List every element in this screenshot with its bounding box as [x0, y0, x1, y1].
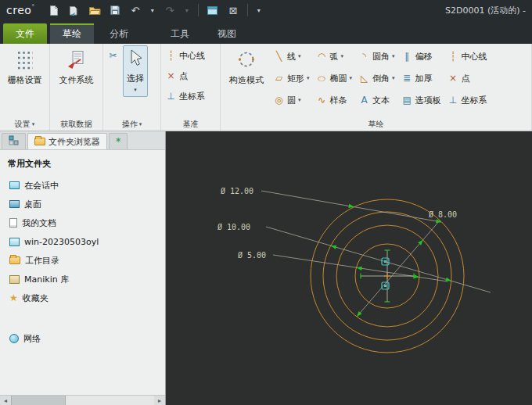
- sidebar-horizontal-scrollbar[interactable]: ◂ ▸: [0, 395, 165, 405]
- fillet-icon: ◝: [358, 52, 370, 61]
- group-label-operations[interactable]: 操作▾: [103, 117, 160, 131]
- ribbon-group-datum: ┆中心线 ×点 ⊥坐标系 基准: [161, 44, 221, 131]
- text-icon: A: [358, 95, 370, 105]
- dimension-arrows: [330, 204, 451, 318]
- dim-line-d8: [357, 220, 440, 317]
- arc-icon: ◠: [316, 52, 328, 61]
- file-system-button[interactable]: 文件系统: [56, 45, 98, 90]
- tab-analysis[interactable]: 分析: [97, 23, 141, 44]
- sidebar-item-desktop[interactable]: 桌面: [5, 195, 160, 213]
- group-label-datum[interactable]: 基准: [161, 117, 220, 131]
- tool-palette[interactable]: ▤选项板: [399, 90, 445, 110]
- tool-csys[interactable]: ⊥坐标系: [445, 90, 491, 110]
- datum-point-button[interactable]: ×点: [163, 66, 209, 86]
- sketch-canvas: Ø 12.00 Ø 10.00 Ø 8.00 Ø 5.00: [166, 131, 532, 405]
- tab-tools[interactable]: 工具: [158, 23, 202, 44]
- sidebar-item-network[interactable]: 网络: [5, 329, 160, 348]
- construction-mode-button[interactable]: 构造模式: [222, 45, 271, 90]
- group-label-sketch[interactable]: 草绘: [221, 117, 531, 131]
- tool-thicken[interactable]: ≣加厚: [399, 68, 445, 88]
- tool-spline[interactable]: ∿样条: [314, 90, 357, 110]
- tab-view[interactable]: 视图: [205, 23, 249, 44]
- open-model-icon[interactable]: [66, 2, 82, 18]
- undo-dropdown-icon[interactable]: ▾: [148, 2, 157, 18]
- scroll-right-icon[interactable]: ▸: [154, 396, 165, 405]
- dimension-label-d10[interactable]: Ø 10.00: [217, 223, 250, 231]
- tool-offset[interactable]: ∥偏移: [399, 46, 445, 66]
- scrollbar-thumb[interactable]: [11, 396, 66, 405]
- group-label-get-data[interactable]: 获取数据: [50, 117, 102, 131]
- sidebar-item-in-session[interactable]: 在会话中: [5, 176, 160, 195]
- tool-ellipse[interactable]: ○椭圆▾: [314, 68, 357, 88]
- chamfer-icon: ◺: [358, 73, 370, 83]
- datum-centerline-button[interactable]: ┆中心线: [163, 45, 209, 66]
- tool-line[interactable]: ╲线▾: [271, 46, 314, 66]
- desktop-icon: [9, 200, 20, 208]
- dimension-label-d8[interactable]: Ø 8.00: [429, 210, 457, 219]
- tool-centerline[interactable]: ┆中心线: [445, 46, 491, 66]
- save-icon[interactable]: [107, 2, 123, 18]
- redo-dropdown-icon[interactable]: ▾: [182, 2, 192, 18]
- regenerate-window-icon[interactable]: [205, 2, 221, 18]
- library-icon: [9, 275, 20, 284]
- datum-csys-button[interactable]: ⊥坐标系: [163, 86, 209, 106]
- tool-circle[interactable]: ◎圆▾: [271, 90, 314, 110]
- new-file-icon[interactable]: [46, 2, 62, 18]
- grid-settings-button[interactable]: 栅格设置: [4, 45, 46, 90]
- redo-icon[interactable]: ↷: [162, 2, 178, 18]
- line-icon: ╲: [273, 52, 285, 61]
- sidebar-item-computer[interactable]: win-20230503oyl: [5, 232, 160, 251]
- tab-model-tree[interactable]: [2, 133, 26, 149]
- sidebar-item-my-documents[interactable]: 我的文档: [5, 213, 160, 232]
- tool-text[interactable]: A文本: [356, 90, 399, 110]
- tab-sketch[interactable]: 草绘: [50, 23, 94, 44]
- circle-icon: ◎: [273, 95, 285, 105]
- common-folders-header: 常用文件夹: [5, 156, 160, 176]
- coincident-constraint-symbols: [382, 258, 389, 289]
- dimension-label-d12[interactable]: Ø 12.00: [221, 187, 253, 195]
- ellipse-icon: ○: [316, 73, 328, 83]
- toolbar-separator: [247, 4, 248, 16]
- csys-icon: ⊥: [448, 95, 459, 105]
- tool-point[interactable]: ×点: [445, 68, 491, 88]
- open-folder-icon[interactable]: [87, 2, 102, 18]
- select-button[interactable]: 选择 ▾: [123, 45, 148, 97]
- construction-mode-icon: [235, 49, 257, 72]
- offset-icon: ∥: [401, 52, 413, 61]
- toolbar-separator: [198, 4, 199, 16]
- sidebar-item-favorites[interactable]: ★收藏夹: [5, 289, 160, 307]
- tool-chamfer[interactable]: ◺倒角▾: [356, 68, 399, 88]
- tool-arc[interactable]: ◠弧▾: [314, 46, 357, 66]
- dimension-label-d5[interactable]: Ø 5.00: [238, 251, 266, 260]
- file-system-icon: [66, 49, 88, 72]
- datum-csys-icon: ⊥: [165, 91, 177, 101]
- tab-file[interactable]: 文件: [3, 23, 47, 44]
- datum-point-icon: ×: [165, 71, 177, 81]
- ribbon: 栅格设置 设置▾ 文件系统 获取数据 ✂: [0, 44, 532, 131]
- tab-favorites[interactable]: *: [109, 133, 128, 149]
- sidebar-item-manikin-library[interactable]: Manikin 库: [5, 270, 160, 289]
- sketch-center-point[interactable]: [384, 273, 390, 279]
- sidebar-item-working-directory[interactable]: 工作目录: [5, 251, 160, 270]
- dim-line-d10: [266, 227, 491, 292]
- close-window-icon[interactable]: ⊠: [225, 2, 241, 18]
- thicken-icon: ≣: [401, 73, 413, 83]
- graphics-area[interactable]: Ø 12.00 Ø 10.00 Ø 8.00 Ø 5.00: [166, 131, 532, 405]
- undo-icon[interactable]: ↶: [128, 2, 143, 18]
- tool-rectangle[interactable]: ▱矩形▾: [271, 68, 314, 88]
- select-cursor-icon: [128, 49, 142, 70]
- creo-logo: creo°: [6, 4, 35, 16]
- tool-fillet[interactable]: ◝圆角▾: [356, 46, 399, 66]
- tab-folder-browser[interactable]: 文件夹浏览器: [27, 133, 107, 149]
- creo-window: creo° ↶ ▾ ↷ ▾ ⊠ ▾ S2D: [0, 0, 532, 405]
- computer-icon: [9, 238, 20, 246]
- customize-toolbar-icon[interactable]: ▾: [254, 2, 264, 18]
- spline-icon: ∿: [316, 95, 328, 105]
- navigator-tabs: 文件夹浏览器 *: [0, 131, 165, 150]
- group-label-settings[interactable]: 设置▾: [0, 117, 49, 131]
- folder-browser-content: 常用文件夹 在会话中 桌面 我的文档 win-20230503oyl 工作目录 …: [0, 150, 165, 395]
- cut-icon: ✂: [107, 51, 119, 60]
- select-dropdown-icon[interactable]: ▾: [134, 87, 137, 93]
- cut-button[interactable]: ✂: [105, 45, 123, 66]
- scroll-left-icon[interactable]: ◂: [0, 396, 11, 405]
